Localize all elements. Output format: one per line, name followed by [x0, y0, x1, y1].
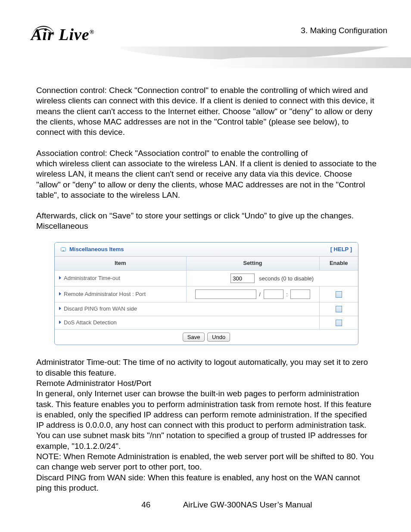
dos-enable-checkbox[interactable]: [336, 320, 342, 326]
row-remote-admin: Remote Administrator Host : Port / :: [55, 286, 358, 302]
paragraph-explanations: Administrator Time-out: The time of no a…: [36, 357, 377, 493]
airlive-logo: Air Live®: [31, 25, 94, 44]
remote-admin-label: Remote Administrator Host : Port: [64, 291, 146, 297]
chapter-title: 3. Making Configuration: [301, 26, 387, 35]
footer-title: AirLive GW-300NAS User’s Manual: [183, 500, 312, 510]
triangle-icon: [59, 276, 61, 280]
triangle-icon: [59, 320, 61, 324]
timeout-suffix: seconds (0 to disable): [259, 275, 314, 282]
panel-title-text: Miscellaneous Items: [69, 246, 124, 253]
remote-mask-input[interactable]: [264, 289, 283, 299]
remote-port-input[interactable]: [290, 289, 310, 299]
page-header: 3. Making Configuration Air Live®: [0, 0, 411, 73]
discard-ping-label: Discard PING from WAN side: [64, 305, 137, 312]
page-footer: 46 AirLive GW-300NAS User’s Manual: [0, 500, 411, 510]
paragraph-save-misc: Afterwards, click on “Save” to store you…: [36, 211, 377, 232]
remote-host-input[interactable]: [195, 289, 256, 299]
row-dos-detection: DoS Attack Detection: [55, 316, 358, 330]
logo-registered: ®: [90, 29, 94, 35]
colon-separator: :: [286, 291, 288, 298]
triangle-icon: [59, 307, 61, 310]
logo-text: Air Live: [31, 25, 90, 44]
save-button[interactable]: Save: [183, 333, 205, 342]
page-number: 46: [99, 500, 150, 510]
page-content: Connection control: Check "Connection co…: [0, 73, 411, 493]
remote-enable-checkbox[interactable]: [336, 291, 342, 298]
slash-separator: /: [259, 291, 261, 298]
undo-button[interactable]: Undo: [207, 333, 230, 342]
paragraph-connection-control: Connection control: Check "Connection co…: [36, 85, 377, 138]
row-admin-timeout: Administrator Time-out seconds (0 to dis…: [55, 271, 358, 286]
misc-items-panel: Miscellaneous Items [ HELP ] Item Settin…: [54, 242, 358, 345]
bubble-icon: [61, 247, 66, 252]
header-swoosh-graphic: [121, 47, 411, 68]
triangle-icon: [59, 292, 61, 296]
paragraph-association-control: Association control: Check "Association …: [36, 148, 377, 201]
dos-detection-label: DoS Attack Detection: [64, 319, 117, 326]
panel-titlebar: Miscellaneous Items [ HELP ]: [55, 243, 358, 257]
row-discard-ping: Discard PING from WAN side: [55, 302, 358, 316]
admin-timeout-label: Administrator Time-out: [64, 275, 120, 281]
panel-title-left: Miscellaneous Items: [61, 246, 124, 253]
misc-table: Item Setting Enable Administrator Time-o…: [55, 257, 358, 345]
admin-timeout-input[interactable]: [230, 274, 255, 283]
ping-enable-checkbox[interactable]: [336, 306, 342, 312]
help-link[interactable]: [ HELP ]: [330, 246, 352, 253]
col-setting: Setting: [186, 257, 319, 270]
col-item: Item: [55, 257, 186, 270]
row-buttons: Save Undo: [55, 330, 358, 345]
col-enable: Enable: [319, 257, 358, 270]
table-header-row: Item Setting Enable: [55, 257, 358, 270]
